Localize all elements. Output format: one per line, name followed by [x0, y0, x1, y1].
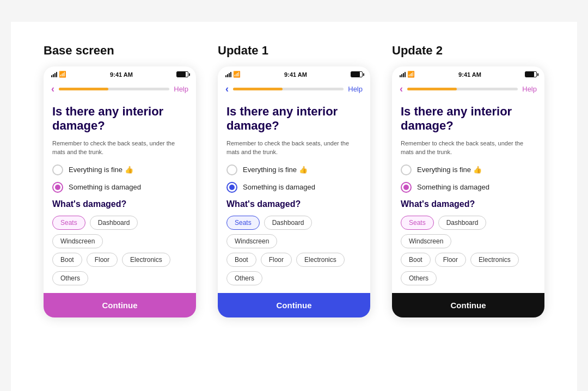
signal-icon-u2	[400, 72, 406, 77]
chip-row-2-u2: Boot Floor Electronics	[401, 253, 536, 267]
chip-electronics-u1[interactable]: Electronics	[296, 253, 345, 267]
chip-windscreen-u1[interactable]: Windscreen	[226, 234, 277, 248]
radio-option-damaged-base[interactable]: Something is damaged	[52, 182, 187, 193]
progress-track-base	[59, 88, 169, 90]
chip-boot-base[interactable]: Boot	[52, 253, 82, 267]
radio-label-damaged-base: Something is damaged	[69, 183, 141, 191]
chip-windscreen-base[interactable]: Windscreen	[52, 234, 103, 248]
chip-row-1-u1: Seats Dashboard Windscreen	[226, 216, 362, 248]
radio-option-fine-u2[interactable]: Everything is fine 👍	[401, 164, 536, 175]
screens-container: Base screen 📶 9:41 AM	[44, 44, 544, 317]
bar3-u2	[403, 73, 404, 77]
bar1-u2	[400, 75, 401, 77]
phone-frame-base: 📶 9:41 AM ‹ Help Is there any interior d…	[44, 66, 196, 317]
screen-title-update2: Update 2	[392, 44, 443, 58]
radio-circle-fine-u1	[226, 164, 237, 175]
battery-icon-u1	[351, 71, 363, 77]
time-display-base: 9:41 AM	[110, 71, 133, 78]
radio-option-damaged-u1[interactable]: Something is damaged	[226, 182, 362, 193]
chip-dashboard-base[interactable]: Dashboard	[90, 216, 138, 230]
chip-boot-u2[interactable]: Boot	[401, 253, 431, 267]
chip-row-2-u1: Boot Floor Electronics	[226, 253, 362, 267]
chip-row-2-base: Boot Floor Electronics	[52, 253, 187, 267]
battery-icon	[176, 71, 188, 77]
bar3	[54, 73, 56, 77]
chip-row-3-u1: Others	[226, 271, 362, 285]
question-title-u1: Is there any interior damage?	[226, 105, 362, 133]
chip-others-base[interactable]: Others	[52, 271, 88, 285]
battery-icon-u2	[525, 71, 537, 77]
chip-row-3-base: Others	[52, 271, 187, 285]
bar4-u2	[405, 72, 406, 77]
chip-others-u2[interactable]: Others	[401, 271, 437, 285]
radio-circle-damaged-u2	[401, 182, 412, 193]
screen-title-update1: Update 1	[218, 44, 268, 58]
damaged-title-u1: What's damaged?	[226, 199, 362, 209]
wifi-icon: 📶	[59, 71, 66, 78]
progress-area-u2: ‹ Help	[392, 80, 544, 99]
question-subtitle-base: Remember to check the back seats, under …	[52, 139, 187, 157]
progress-fill-base	[59, 88, 108, 90]
bar2	[53, 74, 54, 77]
chip-seats-u2[interactable]: Seats	[401, 216, 434, 230]
continue-button-u2[interactable]: Continue	[392, 293, 544, 317]
chip-floor-u1[interactable]: Floor	[261, 253, 292, 267]
progress-fill-u1	[233, 88, 283, 90]
chip-seats-u1[interactable]: Seats	[226, 216, 260, 230]
damaged-title-base: What's damaged?	[52, 199, 187, 209]
screen-column-update1: Update 1 📶 9:41 AM	[218, 44, 370, 317]
radio-circle-fine-base	[52, 164, 63, 175]
bar4	[56, 72, 57, 77]
chip-row-1-base: Seats Dashboard Windscreen	[52, 216, 187, 248]
radio-circle-damaged-u1	[226, 182, 237, 193]
progress-track-u2	[407, 88, 518, 90]
signal-area-u1: 📶	[225, 71, 241, 78]
phone-frame-update2: 📶 9:41 AM ‹ Help Is there any interior d…	[392, 66, 544, 317]
bar2-u1	[227, 74, 228, 77]
chip-others-u1[interactable]: Others	[226, 271, 262, 285]
phone-content-u1: Is there any interior damage? Remember t…	[218, 99, 370, 285]
signal-area-u2: 📶	[400, 71, 415, 78]
question-title-u2: Is there any interior damage?	[401, 105, 536, 133]
chip-dashboard-u1[interactable]: Dashboard	[264, 216, 313, 230]
damaged-title-u2: What's damaged?	[401, 199, 536, 209]
chip-electronics-u2[interactable]: Electronics	[470, 253, 519, 267]
continue-button-u1[interactable]: Continue	[218, 293, 370, 317]
screen-column-update2: Update 2 📶 9:41 AM	[392, 44, 544, 317]
bar1-u1	[225, 75, 226, 77]
chip-floor-u2[interactable]: Floor	[435, 253, 466, 267]
radio-circle-fine-u2	[401, 164, 412, 175]
radio-inner-u1	[229, 185, 235, 190]
chip-electronics-base[interactable]: Electronics	[122, 253, 170, 267]
continue-button-base[interactable]: Continue	[44, 293, 196, 317]
phone-content-base: Is there any interior damage? Remember t…	[44, 99, 196, 285]
question-title-base: Is there any interior damage?	[52, 105, 187, 133]
chip-floor-base[interactable]: Floor	[87, 253, 118, 267]
back-button-u2[interactable]: ‹	[400, 83, 403, 95]
progress-fill-u2	[407, 88, 457, 90]
bar3-u1	[229, 73, 230, 77]
radio-inner-u2	[403, 185, 409, 190]
time-display-u1: 9:41 AM	[284, 71, 307, 78]
screen-title-base: Base screen	[44, 44, 114, 58]
radio-label-fine-u1: Everything is fine 👍	[243, 166, 308, 174]
back-button-base[interactable]: ‹	[51, 83, 54, 95]
progress-track-u1	[233, 88, 344, 90]
back-button-u1[interactable]: ‹	[225, 83, 229, 95]
radio-label-damaged-u2: Something is damaged	[417, 183, 489, 191]
chip-windscreen-u2[interactable]: Windscreen	[401, 234, 451, 248]
signal-area: 📶	[51, 71, 66, 78]
chip-seats-base[interactable]: Seats	[52, 216, 85, 230]
chip-boot-u1[interactable]: Boot	[226, 253, 256, 267]
radio-option-fine-base[interactable]: Everything is fine 👍	[52, 164, 187, 175]
radio-option-fine-u1[interactable]: Everything is fine 👍	[226, 164, 362, 175]
page-wrapper: Base screen 📶 9:41 AM	[11, 22, 577, 391]
phone-frame-update1: 📶 9:41 AM ‹ Help Is there any interior d…	[218, 66, 370, 317]
chip-dashboard-u2[interactable]: Dashboard	[438, 216, 487, 230]
signal-icon	[51, 72, 57, 77]
help-button-base[interactable]: Help	[174, 85, 188, 93]
radio-label-fine-u2: Everything is fine 👍	[417, 166, 482, 174]
help-button-u1[interactable]: Help	[348, 85, 363, 93]
radio-option-damaged-u2[interactable]: Something is damaged	[401, 182, 536, 193]
help-button-u2[interactable]: Help	[522, 85, 537, 93]
